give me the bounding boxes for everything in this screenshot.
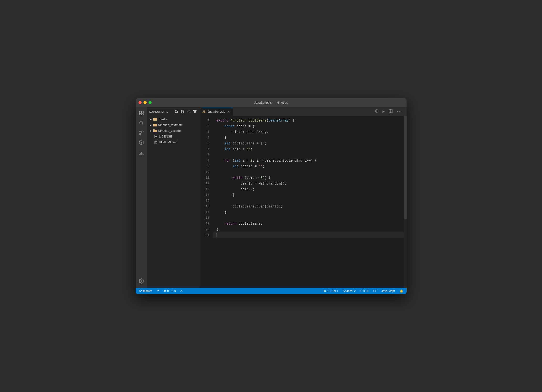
code-line-4[interactable]: } <box>213 135 404 141</box>
code-line-15[interactable] <box>213 198 404 204</box>
status-left: master ⊗ 0 ⚠ 0 ◇ <box>138 288 183 294</box>
tab-bar: JS JavaScript.js ✕ ▶ <box>200 107 406 116</box>
source-control-activity-icon[interactable] <box>137 129 145 137</box>
spaces-item[interactable]: Spaces: 2 <box>342 288 357 294</box>
search-activity-icon[interactable] <box>137 119 145 127</box>
sync-item[interactable] <box>155 288 160 294</box>
code-line-1[interactable]: export function coolBeans(beansArray) { <box>213 118 404 124</box>
tree-label-readme: README.md <box>159 140 177 144</box>
line-ending-label: LF <box>373 289 377 293</box>
text-cursor <box>217 233 217 237</box>
tree-label-media: .media <box>158 118 167 121</box>
svg-rect-2 <box>139 113 141 115</box>
minimap-scrollbar[interactable] <box>404 116 406 288</box>
line-number-19: 19 <box>200 221 209 226</box>
line-number-15: 15 <box>200 198 209 204</box>
line-number-18: 18 <box>200 215 209 221</box>
bell-item[interactable]: 🔔 <box>399 288 404 294</box>
new-folder-button[interactable] <box>180 109 185 115</box>
encoding-item[interactable]: UTF-8 <box>359 288 369 294</box>
tree-item-readme[interactable]: README.md <box>147 140 200 145</box>
plugin-icon: ◇ <box>180 289 182 293</box>
extensions-activity-icon[interactable] <box>137 139 145 147</box>
svg-rect-14 <box>140 154 141 155</box>
git-branch-item[interactable]: master <box>138 288 153 294</box>
explorer-title: EXPLORER… <box>149 110 168 113</box>
svg-point-20 <box>141 280 142 282</box>
line-number-20: 20 <box>200 226 209 232</box>
code-line-21[interactable] <box>213 232 404 238</box>
close-button[interactable] <box>138 101 141 104</box>
line-number-7: 7 <box>200 152 209 158</box>
code-line-20[interactable]: } <box>213 226 404 232</box>
fullscreen-button[interactable] <box>148 101 152 104</box>
code-area[interactable]: export function coolBeans(beansArray) { … <box>213 116 404 288</box>
svg-rect-16 <box>140 153 141 154</box>
split-editor-button[interactable] <box>388 108 394 115</box>
minimize-button[interactable] <box>143 101 146 104</box>
tree-arrow-textmate: ▶ <box>149 123 153 127</box>
plugin-item[interactable]: ◇ <box>179 288 183 294</box>
run-button[interactable]: ▶ <box>382 108 386 115</box>
code-line-12[interactable]: beanId = Math.random(); <box>213 181 404 187</box>
tree-arrow-vscode: ▶ <box>149 129 153 133</box>
tree-item-license[interactable]: LICENSE <box>147 134 200 140</box>
tree-label-vscode: Nineties_vscode <box>158 129 181 133</box>
main-area: EXPLORER… <box>136 107 406 288</box>
open-changes-button[interactable] <box>374 108 380 115</box>
code-line-13[interactable]: temp--; <box>213 187 404 192</box>
svg-rect-18 <box>141 152 142 153</box>
folder-icon-media <box>153 118 157 121</box>
new-file-button[interactable] <box>174 109 179 115</box>
language-item[interactable]: JavaScript <box>380 288 396 294</box>
folder-icon-vscode <box>153 129 157 133</box>
tree-item-media[interactable]: ▶ .media <box>147 117 200 122</box>
line-number-3: 3 <box>200 129 209 135</box>
code-line-17[interactable]: } <box>213 209 404 215</box>
code-line-19[interactable]: return cooledBeans; <box>213 221 404 226</box>
error-count: 0 <box>167 289 169 293</box>
code-line-14[interactable]: } <box>213 192 404 198</box>
code-line-7[interactable] <box>213 152 404 158</box>
line-number-6: 6 <box>200 146 209 152</box>
js-file-icon: JS <box>202 110 206 113</box>
line-number-1: 1 <box>200 118 209 124</box>
tab-close-button[interactable]: ✕ <box>227 110 230 114</box>
svg-rect-1 <box>141 111 143 113</box>
svg-point-7 <box>142 131 143 132</box>
git-branch-name: master <box>143 289 152 293</box>
code-line-10[interactable] <box>213 169 404 175</box>
tree-item-textmate[interactable]: ▶ Nineties_textmate <box>147 122 200 128</box>
code-line-6[interactable]: let temp = 65; <box>213 146 404 152</box>
errors-item[interactable]: ⊗ 0 ⚠ 0 <box>163 288 177 294</box>
explorer-activity-icon[interactable] <box>137 109 145 118</box>
code-line-9[interactable]: let beanId = ''; <box>213 164 404 169</box>
docker-activity-icon[interactable] <box>137 150 145 159</box>
code-line-11[interactable]: while (temp > 32) { <box>213 175 404 181</box>
encoding-label: UTF-8 <box>360 289 369 293</box>
svg-point-4 <box>139 121 142 124</box>
sidebar: EXPLORER… <box>147 107 200 288</box>
code-line-5[interactable]: let cooledBeans = []; <box>213 141 404 146</box>
tree-item-vscode[interactable]: ▶ Nineties_vscode <box>147 128 200 134</box>
code-line-8[interactable]: for (let i = 0; i < beans.pinto.length; … <box>213 158 404 164</box>
activity-bar <box>136 107 147 288</box>
position-item[interactable]: Ln 21, Col 1 <box>322 288 339 294</box>
line-number-8: 8 <box>200 158 209 164</box>
status-right: Ln 21, Col 1 Spaces: 2 UTF-8 LF JavaScri… <box>322 288 404 294</box>
code-line-16[interactable]: cooledBeans.push(beanId); <box>213 204 404 209</box>
refresh-button[interactable] <box>186 109 191 115</box>
file-tree: ▶ .media ▶ Nineties_textmate ▶ <box>147 117 200 288</box>
collapse-button[interactable] <box>192 109 197 115</box>
active-tab[interactable]: JS JavaScript.js ✕ <box>200 107 233 116</box>
svg-rect-3 <box>141 113 143 115</box>
minimap-thumb <box>404 116 406 219</box>
line-ending-item[interactable]: LF <box>372 288 378 294</box>
settings-activity-icon[interactable] <box>137 278 145 286</box>
more-actions-button[interactable]: ··· <box>396 108 404 115</box>
code-line-3[interactable]: pinto: beansArray, <box>213 129 404 135</box>
tab-filename: JavaScript.js <box>208 110 225 113</box>
code-line-18[interactable] <box>213 215 404 221</box>
language-label: JavaScript <box>381 289 395 293</box>
code-line-2[interactable]: const beans = { <box>213 124 404 129</box>
